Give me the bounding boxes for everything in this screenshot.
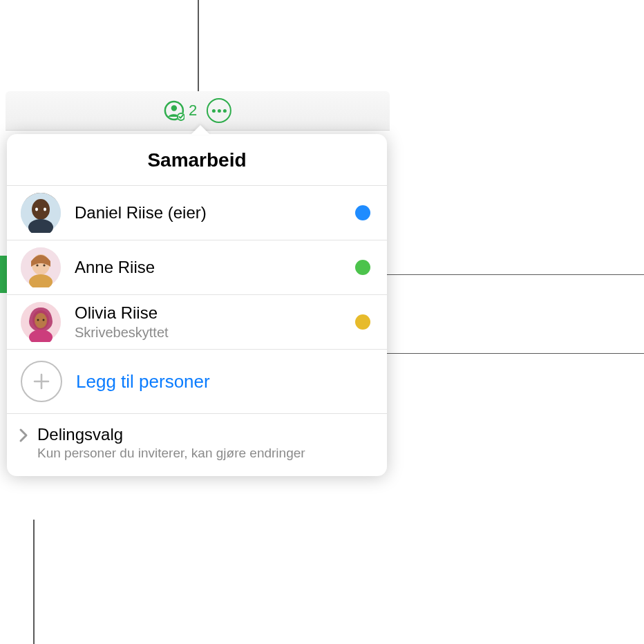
callout-line-top [198, 0, 199, 98]
memoji-icon [21, 193, 61, 233]
svg-point-16 [35, 313, 47, 328]
avatar [21, 193, 61, 233]
participant-permission: Skrivebeskyttet [75, 324, 355, 341]
participant-name: Anne Riise [75, 258, 355, 278]
participant-name: Olivia Riise [75, 303, 355, 323]
participant-text: Anne Riise [75, 258, 355, 278]
dot-icon [212, 109, 216, 113]
collaborate-button[interactable]: 2 [164, 100, 197, 121]
share-options-text: Delingsvalg Kun personer du inviterer, k… [37, 425, 305, 461]
person-circle-icon [164, 100, 184, 121]
svg-point-1 [171, 105, 177, 111]
plus-circle-icon [21, 361, 62, 402]
memoji-icon [21, 302, 61, 342]
avatar [21, 247, 61, 287]
svg-point-5 [32, 199, 50, 220]
share-options-title: Delingsvalg [37, 425, 305, 444]
more-button[interactable] [207, 98, 231, 123]
participant-text: Olivia Riise Skrivebeskyttet [75, 303, 355, 341]
collaborator-count: 2 [189, 102, 197, 120]
participant-text: Daniel Riise (eier) [75, 203, 355, 223]
avatar [21, 302, 61, 342]
share-options-row[interactable]: Delingsvalg Kun personer du inviterer, k… [7, 414, 387, 476]
svg-point-12 [36, 264, 38, 266]
collaboration-popover: Samarbeid Daniel Riise (eier) [7, 134, 387, 476]
presence-dot [355, 205, 370, 220]
dot-icon [218, 109, 221, 113]
svg-point-19 [43, 319, 45, 321]
presence-dot [355, 314, 370, 330]
participant-row[interactable]: Anne Riise [7, 240, 387, 295]
popover-title: Samarbeid [7, 134, 387, 186]
dot-icon [223, 109, 227, 113]
svg-point-13 [43, 264, 45, 266]
presence-dot [355, 260, 370, 275]
plus-icon [32, 372, 51, 391]
add-people-row[interactable]: Legg til personer [7, 350, 387, 414]
add-people-label: Legg til personer [76, 371, 210, 392]
svg-point-8 [44, 208, 46, 211]
chevron-right-icon [10, 428, 37, 443]
participant-row[interactable]: Olivia Riise Skrivebeskyttet [7, 295, 387, 350]
callout-line-bottom [33, 520, 35, 644]
participant-name: Daniel Riise (eier) [75, 203, 355, 223]
participant-row[interactable]: Daniel Riise (eier) [7, 186, 387, 240]
callout-line-status [366, 274, 644, 275]
memoji-icon [21, 247, 61, 287]
share-options-subtitle: Kun personer du inviterer, kan gjøre end… [37, 446, 305, 461]
svg-point-18 [37, 319, 39, 321]
svg-point-7 [35, 208, 38, 211]
